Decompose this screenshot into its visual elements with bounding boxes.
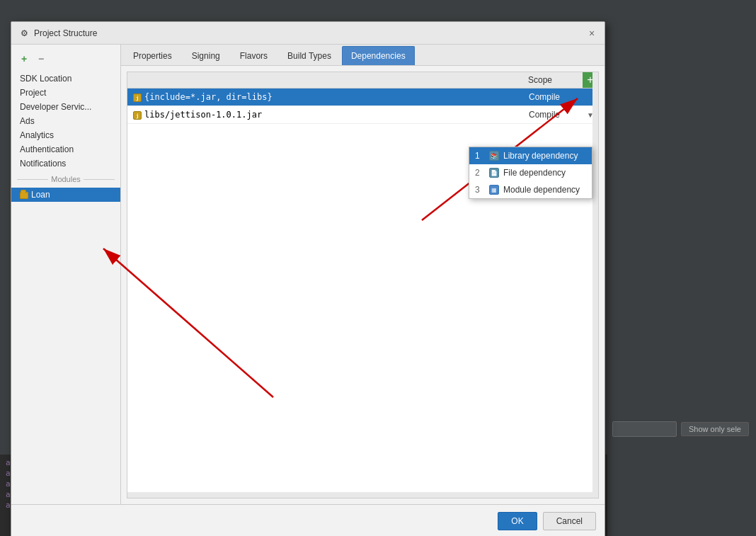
- tab-flavors[interactable]: Flavors: [231, 46, 277, 65]
- ok-button[interactable]: OK: [498, 512, 537, 530]
- dialog-title-left: ⚙ Project Structure: [18, 28, 97, 39]
- dialog-body: + − SDK Location Project Developer Servi…: [11, 45, 605, 504]
- tab-properties[interactable]: Properties: [124, 46, 181, 65]
- scope-header: Scope: [498, 72, 583, 88]
- table-horizontal-scrollbar[interactable]: [127, 492, 598, 498]
- dropdown-item-library[interactable]: 1 📚 Library dependency: [469, 147, 592, 164]
- dialog-footer: OK Cancel: [11, 504, 605, 536]
- project-structure-dialog: ⚙ Project Structure × + − SDK Location P…: [11, 21, 605, 536]
- dependency-cell-2: jlibs/jettison-1.0.1.jar: [127, 106, 502, 123]
- sidebar-item-loan[interactable]: Loan: [11, 188, 120, 202]
- project-icon: ⚙: [18, 28, 30, 39]
- sidebar-item-analytics[interactable]: Analytics: [11, 128, 120, 142]
- dependency-cell-1: j{include=*.jar, dir=libs}: [127, 89, 502, 106]
- scope-cell-1: Compile: [502, 89, 587, 106]
- show-only-input[interactable]: [612, 421, 677, 437]
- sidebar-actions: + −: [11, 50, 120, 72]
- item-number-2: 2: [475, 168, 485, 178]
- dependency-dropdown-menu: 1 📚 Library dependency 2 📄 File dependen…: [469, 147, 592, 199]
- module-icon: ▦: [489, 185, 499, 195]
- dropdown-item-label-2: File dependency: [503, 168, 566, 178]
- tabs-bar: Properties Signing Flavors Build Types D…: [121, 45, 605, 66]
- jar-icon-1: j: [133, 93, 142, 102]
- show-only-button[interactable]: Show only sele: [681, 422, 749, 436]
- dialog-title-bar: ⚙ Project Structure ×: [11, 22, 605, 45]
- cancel-button[interactable]: Cancel: [543, 512, 596, 530]
- table-header: Scope +: [127, 72, 598, 89]
- folder-icon: [20, 192, 28, 199]
- dependencies-table: Scope + j{include=*.jar, dir=libs} Compi…: [127, 72, 599, 498]
- content-area: Scope + j{include=*.jar, dir=libs} Compi…: [121, 66, 605, 504]
- dependency-header: [127, 77, 498, 83]
- item-number-3: 3: [475, 185, 485, 195]
- scope-cell-2: Compile: [502, 106, 587, 123]
- sidebar-item-developer-services[interactable]: Developer Servic...: [11, 100, 120, 114]
- item-number-1: 1: [475, 151, 485, 161]
- dialog-close-button[interactable]: ×: [586, 28, 597, 39]
- file-icon: 📄: [489, 168, 499, 178]
- sidebar-item-authentication[interactable]: Authentication: [11, 142, 120, 156]
- tab-dependencies[interactable]: Dependencies: [342, 46, 415, 65]
- dropdown-item-label-1: Library dependency: [503, 151, 578, 161]
- sidebar: + − SDK Location Project Developer Servi…: [11, 45, 121, 504]
- tab-build-types[interactable]: Build Types: [278, 46, 340, 65]
- table-row[interactable]: j{include=*.jar, dir=libs} Compile: [127, 89, 598, 106]
- dialog-title-text: Project Structure: [34, 28, 97, 38]
- dropdown-item-module[interactable]: 3 ▦ Module dependency: [469, 181, 592, 198]
- dropdown-item-file[interactable]: 2 📄 File dependency: [469, 164, 592, 181]
- ide-right-panel: Show only sele: [605, 0, 756, 536]
- show-only-area: Show only sele: [612, 421, 749, 437]
- modules-divider: Modules: [11, 171, 120, 188]
- library-icon: 📚: [489, 151, 499, 161]
- sidebar-item-ads[interactable]: Ads: [11, 114, 120, 128]
- table-row[interactable]: jlibs/jettison-1.0.1.jar Compile ▼: [127, 106, 598, 124]
- tab-signing[interactable]: Signing: [183, 46, 229, 65]
- table-vertical-scrollbar[interactable]: [592, 72, 598, 492]
- remove-module-button[interactable]: −: [34, 52, 48, 66]
- add-module-button[interactable]: +: [17, 52, 31, 66]
- jar-icon-2: j: [133, 111, 142, 120]
- sidebar-item-notifications[interactable]: Notifications: [11, 156, 120, 171]
- main-content: Properties Signing Flavors Build Types D…: [121, 45, 605, 504]
- sidebar-item-project[interactable]: Project: [11, 86, 120, 100]
- sidebar-item-sdk-location[interactable]: SDK Location: [11, 72, 120, 86]
- dropdown-item-label-3: Module dependency: [503, 185, 580, 195]
